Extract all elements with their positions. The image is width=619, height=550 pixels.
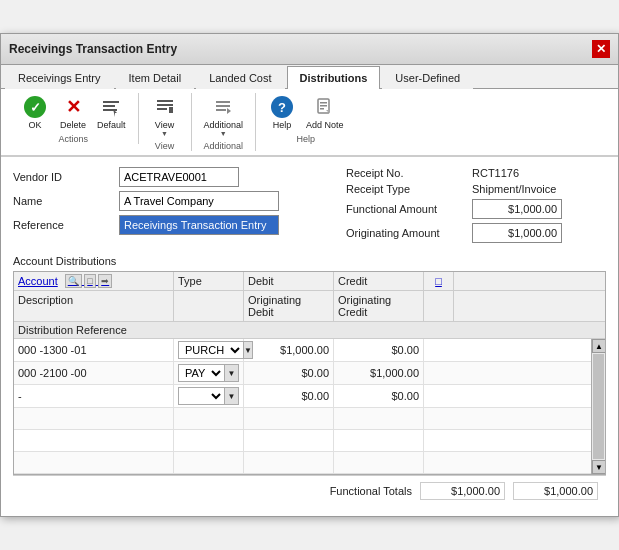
empty-type-header [174,291,244,321]
credit-cell-2: $1,000.00 [334,362,424,384]
filter-icon[interactable]: 🔍 [65,274,82,288]
table-row: 000 -1300 -01 PURCH ▼ $1,000.00 [14,339,591,362]
reference-row: Reference [13,215,326,235]
note-icon [314,96,336,118]
expand-collapse-icon: □ [435,275,442,287]
type-cell-1: PURCH ▼ [174,339,244,361]
tab-distributions[interactable]: Distributions [287,66,381,89]
empty-header-5 [424,291,454,321]
tab-user-defined[interactable]: User-Defined [382,66,473,89]
name-row: Name [13,191,326,211]
default-button[interactable]: Default [93,93,130,132]
close-button[interactable]: ✕ [592,40,610,58]
type-select-1[interactable]: PURCH [178,341,244,359]
vendor-id-label: Vendor ID [13,171,113,183]
tab-receivings-entry[interactable]: Receivings Entry [5,66,114,89]
additional-label: Additional [204,120,244,130]
scroll-up-button[interactable]: ▲ [592,339,606,353]
view-button[interactable]: View ▼ [147,93,183,139]
receipt-no-value: RCT1176 [472,167,519,179]
type-cell-3: ▼ [174,385,244,407]
functional-totals-label: Functional Totals [330,485,412,497]
additional-dropdown-arrow: ▼ [220,130,227,137]
content-area: Vendor ID Name Reference Receipt No. RCT… [1,157,618,516]
toolbar-icons: 🔍 □ ➡ [65,276,112,286]
functional-totals-row: Functional Totals $1,000.00 $1,000.00 [13,475,606,506]
dist-ref-header: Distribution Reference [14,322,605,339]
ok-button[interactable]: ✓ OK [17,93,53,132]
view-icon [154,96,176,118]
type-select-container-2: PAY ▼ [178,364,239,382]
originating-amount-value: $1,000.00 [472,223,562,243]
add-note-label: Add Note [306,120,344,130]
actions-group-label: Actions [59,134,89,144]
debit-cell-1: $1,000.00 [244,339,334,361]
svg-rect-7 [169,107,173,113]
nav-right-icon[interactable]: ➡ [98,274,112,288]
name-input[interactable] [119,191,279,211]
vendor-id-row: Vendor ID [13,167,326,187]
scroll-thumb[interactable] [593,354,604,459]
toolbar-group-help: ? Help Add Note Help [256,93,356,144]
form-section: Vendor ID Name Reference Receipt No. RCT… [13,167,606,247]
type-select-3[interactable] [178,387,225,405]
form-left: Vendor ID Name Reference [13,167,326,247]
vendor-id-input[interactable] [119,167,239,187]
distributions-table: Account 🔍 □ ➡ Type Debit Credit □ [13,271,606,475]
receipt-type-value: Shipment/Invoice [472,183,556,195]
window-title: Receivings Transaction Entry [9,42,177,56]
credit-cell-1: $0.00 [334,339,424,361]
functional-amount-label: Functional Amount [346,203,466,215]
credit-cell-3: $0.00 [334,385,424,407]
table-row: - ▼ $0.00 $0.00 [14,385,591,408]
receipt-type-row: Receipt Type Shipment/Invoice [346,183,606,195]
type-column-header: Type [174,272,244,290]
type-dropdown-btn-2[interactable]: ▼ [225,364,239,382]
toolbar-group-additional: Additional ▼ Additional [192,93,257,151]
delete-icon: ✕ [62,96,84,118]
toolbar-group-actions: ✓ OK ✕ Delete Default Actions [9,93,139,144]
account-header-label: Account [18,275,58,287]
type-select-container-1: PURCH ▼ [178,341,239,359]
description-column-header: Description [14,291,174,321]
functional-totals-debit: $1,000.00 [420,482,505,500]
default-label: Default [97,120,126,130]
functional-amount-value: $1,000.00 [472,199,562,219]
svg-rect-14 [320,105,327,107]
main-window: Receivings Transaction Entry ✕ Receiving… [0,33,619,517]
help-buttons: ? Help Add Note [264,93,348,132]
table-inner: 000 -1300 -01 PURCH ▼ $1,000.00 [14,339,591,474]
receipt-no-label: Receipt No. [346,167,466,179]
help-icon: ? [271,96,293,118]
account-cell-3: - [14,385,174,407]
add-note-button[interactable]: Add Note [302,93,348,132]
help-button[interactable]: ? Help [264,93,300,132]
additional-button[interactable]: Additional ▼ [200,93,248,139]
svg-rect-5 [157,104,173,106]
tab-landed-cost[interactable]: Landed Cost [196,66,284,89]
svg-rect-8 [216,101,230,103]
type-cell-2: PAY ▼ [174,362,244,384]
receipt-type-label: Receipt Type [346,183,466,195]
account-cell-1: 000 -1300 -01 [14,339,174,361]
delete-label: Delete [60,120,86,130]
table-row-empty-1 [14,408,591,430]
help-label: Help [273,120,292,130]
reference-input[interactable] [119,215,279,235]
scroll-down-button[interactable]: ▼ [592,460,606,474]
scrollbar-track: ▲ ▼ [591,339,605,474]
debit-cell-3: $0.00 [244,385,334,407]
delete-button[interactable]: ✕ Delete [55,93,91,132]
table-body-with-scroll: 000 -1300 -01 PURCH ▼ $1,000.00 [14,339,605,474]
type-dropdown-btn-3[interactable]: ▼ [225,387,239,405]
svg-rect-2 [103,109,117,111]
debit-column-header: Debit [244,272,334,290]
tab-item-detail[interactable]: Item Detail [116,66,195,89]
expand-icon[interactable]: □ [84,274,95,288]
svg-rect-10 [216,109,226,111]
ok-label: OK [28,120,41,130]
account-column-header[interactable]: Account 🔍 □ ➡ [14,272,174,290]
svg-rect-13 [320,102,327,104]
expand-all-icon[interactable]: □ [424,272,454,290]
type-select-2[interactable]: PAY [178,364,225,382]
